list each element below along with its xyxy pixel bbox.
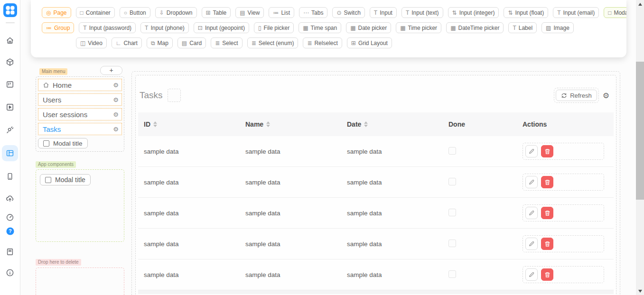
column-header-name[interactable]: Name [240, 120, 341, 128]
time-span-icon: ▦ [303, 25, 308, 31]
toolbar-button-datetime-picker[interactable]: ▦DateTime picker [446, 22, 504, 33]
toolbar-button-modal[interactable]: □Modal [604, 7, 626, 18]
delete-drop-tag: Drop here to delete [36, 259, 81, 266]
toolbar-button-map[interactable]: ⧉Map [147, 37, 173, 48]
delete-button[interactable] [541, 268, 553, 281]
done-checkbox[interactable] [448, 240, 456, 247]
toolbar-button-input-geopoint[interactable]: ⊡Input (geopoint) [194, 22, 249, 33]
sidebar-item-mobile-icon[interactable] [2, 168, 18, 184]
menu-item-user-sessions[interactable]: User sessions ⚙ [38, 108, 122, 120]
input-geopoint-icon: ⊡ [198, 25, 203, 31]
refresh-button[interactable]: Refresh [556, 90, 597, 101]
toolbar-button-label[interactable]: TLabel [508, 22, 537, 33]
grid-layout-icon: ⊞ [351, 40, 356, 46]
pencil-icon [528, 179, 535, 185]
toolbar-button-video[interactable]: ◫Video [76, 37, 107, 48]
menu-item-users[interactable]: Users ⚙ [38, 93, 122, 106]
toolbar-button-time-picker[interactable]: ▦Time picker [396, 22, 441, 33]
toolbar-button-table[interactable]: ⊞Table [202, 7, 231, 18]
cell-id: sample data [138, 240, 240, 248]
toolbar-button-date-picker[interactable]: ▦Date picker [346, 22, 391, 33]
menu-item-home[interactable]: Home ⚙ [38, 79, 122, 91]
toolbar-button-input-password[interactable]: TInput (password) [79, 22, 136, 33]
vertical-scrollbar[interactable] [636, 0, 644, 295]
sidebar-item-media-icon[interactable] [2, 99, 18, 115]
delete-button[interactable] [541, 176, 553, 188]
done-checkbox[interactable] [448, 147, 456, 155]
delete-button[interactable] [541, 145, 553, 157]
sidebar-item-integrations-icon[interactable] [2, 122, 18, 138]
toolbar-button-image[interactable]: ▨Image [541, 22, 574, 33]
cell-id: sample data [138, 179, 240, 186]
cell-name: sample data [240, 148, 341, 155]
toolbar-button-grid-layout[interactable]: ⊞Grid Layout [347, 37, 392, 48]
sidebar-item-kanban-icon[interactable] [2, 76, 18, 92]
scroll-down-arrow[interactable] [636, 287, 644, 295]
column-header-date[interactable]: Date [341, 120, 443, 128]
gear-icon[interactable]: ⚙ [113, 126, 119, 133]
toolbar-button-select[interactable]: ≣Select [211, 37, 242, 48]
sidebar-item-docs-icon[interactable] [2, 244, 18, 260]
add-menu-item-button[interactable]: + [100, 66, 122, 75]
edit-button[interactable] [525, 268, 538, 281]
cell-date: sample data [341, 271, 443, 278]
toolbar-button-input-text[interactable]: TInput (text) [401, 7, 443, 18]
list-icon: ≔ [273, 10, 279, 16]
toolbar-button-tabs[interactable]: ⋯Tabs [299, 7, 327, 18]
edit-button[interactable] [525, 176, 538, 188]
toolbar-button-relselect[interactable]: ≣Relselect [303, 37, 342, 48]
input-float-icon: ⇅ [508, 10, 513, 16]
toolbar-button-view[interactable]: ▤View [235, 7, 264, 18]
toolbar-button-card[interactable]: ▤Card [177, 37, 206, 48]
sidebar-item-modules-icon[interactable] [2, 54, 18, 70]
table-header: ID Name Date Done Actions [138, 112, 614, 136]
sidebar-item-home-icon[interactable] [2, 32, 18, 48]
toolbar-button-page[interactable]: ◎Page [42, 7, 71, 18]
toolbar-button-input-integer[interactable]: ⇅Input (integer) [448, 7, 499, 18]
table-row: sample data sample data sample data [138, 259, 614, 290]
home-outline-icon [43, 82, 49, 88]
column-header-actions[interactable]: Actions [517, 120, 614, 128]
toolbar-button-input-phone[interactable]: TInput (phone) [140, 22, 189, 33]
toolbar-button-time-span[interactable]: ▦Time span [299, 22, 341, 33]
done-checkbox[interactable] [448, 178, 456, 185]
sidebar-item-info-icon[interactable] [2, 265, 18, 281]
delete-button[interactable] [541, 207, 553, 219]
gear-icon[interactable]: ⚙ [113, 111, 119, 118]
toolbar-button-input-email[interactable]: TInput (email) [553, 7, 599, 18]
sidebar-item-help-icon[interactable]: ? [2, 223, 18, 239]
gear-icon[interactable]: ⚙ [113, 82, 119, 89]
toolbar-button-dropdown[interactable]: ⇩Dropdown [155, 7, 197, 18]
toolbar-button-list[interactable]: ≔List [269, 7, 294, 18]
column-header-done[interactable]: Done [443, 120, 517, 128]
done-checkbox[interactable] [448, 270, 456, 278]
column-header-id[interactable]: ID [138, 120, 240, 128]
edit-button[interactable] [525, 238, 538, 250]
menu-modal-title-button[interactable]: Modal title [38, 138, 88, 148]
scroll-up-arrow[interactable] [636, 0, 644, 8]
gear-icon[interactable]: ⚙ [113, 96, 119, 103]
delete-button[interactable] [541, 238, 553, 250]
scrollbar-thumb[interactable] [636, 62, 644, 200]
widget-settings-gear-icon[interactable]: ⚙ [603, 91, 609, 100]
toolbar-button-chart[interactable]: ∟Chart [112, 37, 142, 48]
toolbar-button-container[interactable]: □Container [76, 7, 115, 18]
toolbar-button-input-float[interactable]: ⇅Input (float) [504, 7, 548, 18]
page-canvas: Tasks Refresh ⚙ [131, 71, 620, 295]
edit-button[interactable] [525, 207, 538, 219]
done-checkbox[interactable] [448, 209, 456, 216]
toolbar-button-file-picker[interactable]: ▯File picker [254, 22, 294, 33]
app-logo-icon[interactable] [3, 3, 17, 17]
component-modal-title-button[interactable]: Modal title [40, 174, 91, 185]
toolbar-button-select-enum[interactable]: ≣Select (enum) [247, 37, 299, 48]
toolbar-button-switch[interactable]: ⊙Switch [332, 7, 364, 18]
sidebar-item-deploy-icon[interactable] [2, 190, 18, 206]
toolbar-button-button[interactable]: ○Button [120, 7, 150, 18]
toolbar-button-group[interactable]: ≔Group [42, 22, 74, 33]
edit-button[interactable] [525, 145, 538, 157]
toolbar-button-input[interactable]: TInput [370, 7, 397, 18]
delete-drop-zone[interactable] [36, 267, 124, 295]
menu-item-tasks[interactable]: Tasks ⚙ [38, 123, 122, 135]
left-icon-sidebar: ? [0, 0, 20, 295]
sidebar-item-layout-icon[interactable] [2, 145, 18, 161]
